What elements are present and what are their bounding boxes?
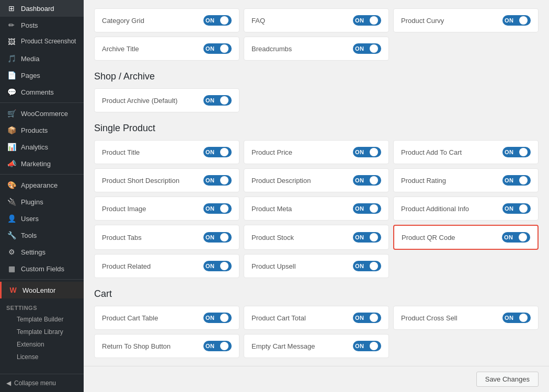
category-grid-toggle[interactable]: ON <box>203 15 232 26</box>
settings-section-label: Settings <box>0 298 84 313</box>
breadcrumbs-label: Breadcrumbs <box>251 45 292 53</box>
sidebar: ⊞ Dashboard ✏ Posts 🖼 Product Screenshot… <box>0 0 84 392</box>
sidebar-item-plugins[interactable]: 🔌 Plugins <box>0 193 84 210</box>
empty-cell-5 <box>393 334 539 358</box>
toggle-circle <box>220 16 228 25</box>
single-product-row-1: Product Title ON Product Price ON Produc… <box>94 140 539 164</box>
product-related-toggle[interactable]: ON <box>203 261 232 271</box>
product-description-toggle[interactable]: ON <box>353 175 381 186</box>
category-grid-label: Category Grid <box>102 17 144 25</box>
product-title-toggle[interactable]: ON <box>203 147 232 157</box>
faq-toggle[interactable]: ON <box>353 15 381 26</box>
archive-title-toggle[interactable]: ON <box>203 43 232 54</box>
return-to-shop-label: Return To Shop Button <box>102 342 170 350</box>
settings-icon: ⚙ <box>6 248 17 256</box>
product-upsell-toggle[interactable]: ON <box>353 261 381 271</box>
marketing-icon: 📣 <box>6 159 17 168</box>
sidebar-item-appearance[interactable]: 🎨 Appearance <box>0 177 84 193</box>
product-additional-info-toggle[interactable]: ON <box>502 203 531 214</box>
empty-cell-3 <box>393 88 539 112</box>
product-add-to-cart-label: Product Add To Cart <box>401 148 462 156</box>
product-short-desc-toggle[interactable]: ON <box>203 175 232 186</box>
product-meta-toggle[interactable]: ON <box>353 203 381 214</box>
faq-label: FAQ <box>251 17 265 25</box>
single-product-row-4: Product Tabs ON Product Stock ON Product… <box>94 225 539 250</box>
comments-icon: 💬 <box>6 88 17 96</box>
toggle-card-archive-title: Archive Title ON <box>94 37 239 61</box>
product-cart-total-toggle[interactable]: ON <box>353 313 381 323</box>
sidebar-item-dashboard[interactable]: ⊞ Dashboard <box>0 0 84 17</box>
sidebar-sub-extension[interactable]: Extension <box>0 338 84 351</box>
top-row-1: Category Grid ON FAQ ON Product Curvy ON <box>94 8 539 32</box>
sidebar-item-settings[interactable]: ⚙ Settings <box>0 244 84 260</box>
sidebar-item-woolentor[interactable]: W WooLentor <box>0 282 84 298</box>
toggle-card-product-image: Product Image ON <box>94 197 239 221</box>
product-price-toggle[interactable]: ON <box>353 147 381 157</box>
product-image-toggle[interactable]: ON <box>203 203 232 214</box>
appearance-icon: 🎨 <box>6 181 17 189</box>
sidebar-sub-template-builder[interactable]: Template Builder <box>0 313 84 326</box>
sidebar-item-products[interactable]: 📦 Products <box>0 122 84 139</box>
toggle-card-category-grid: Category Grid ON <box>94 8 239 32</box>
sidebar-item-custom-fields[interactable]: ▦ Custom Fields <box>0 260 84 277</box>
product-archive-label: Product Archive (Default) <box>102 97 178 105</box>
product-cross-sell-toggle[interactable]: ON <box>502 313 531 323</box>
product-qr-code-label: Product QR Code <box>402 234 455 241</box>
product-description-label: Product Description <box>251 177 311 185</box>
return-to-shop-toggle[interactable]: ON <box>203 341 232 351</box>
archive-title-label: Archive Title <box>102 45 139 53</box>
product-cross-sell-label: Product Cross Sell <box>401 314 458 322</box>
analytics-icon: 📊 <box>6 143 17 151</box>
product-tabs-toggle[interactable]: ON <box>203 232 232 243</box>
toggle-card-product-cart-total: Product Cart Total ON <box>244 306 389 330</box>
sidebar-item-media[interactable]: 🎵 Media <box>0 50 84 67</box>
toggle-card-product-archive: Product Archive (Default) ON <box>94 88 239 112</box>
sidebar-item-users[interactable]: 👤 Users <box>0 210 84 227</box>
screenshot-icon: 🖼 <box>6 38 17 46</box>
breadcrumbs-toggle[interactable]: ON <box>353 43 381 54</box>
product-cart-table-toggle[interactable]: ON <box>203 313 232 323</box>
tools-icon: 🔧 <box>6 231 17 239</box>
toggle-card-product-description: Product Description ON <box>244 168 389 192</box>
toggle-card-product-curvy: Product Curvy ON <box>393 8 539 32</box>
sidebar-item-analytics[interactable]: 📊 Analytics <box>0 139 84 155</box>
toggle-card-product-price: Product Price ON <box>244 140 389 164</box>
product-related-label: Product Related <box>102 262 151 270</box>
sidebar-item-posts[interactable]: ✏ Posts <box>0 17 84 33</box>
cart-row-1: Product Cart Table ON Product Cart Total… <box>94 306 539 330</box>
product-cart-table-label: Product Cart Table <box>102 314 158 322</box>
product-rating-toggle[interactable]: ON <box>502 175 531 186</box>
media-icon: 🎵 <box>6 54 17 63</box>
single-product-row-2: Product Short Description ON Product Des… <box>94 168 539 192</box>
product-add-to-cart-toggle[interactable]: ON <box>502 147 531 157</box>
single-product-row-3: Product Image ON Product Meta ON Product… <box>94 197 539 221</box>
product-curvy-label: Product Curvy <box>401 17 444 25</box>
shop-archive-grid: Product Archive (Default) ON <box>94 88 539 112</box>
product-qr-code-toggle[interactable]: ON <box>502 232 530 243</box>
sidebar-item-comments[interactable]: 💬 Comments <box>0 84 84 100</box>
save-changes-button[interactable]: Save Changes <box>476 372 539 387</box>
toggle-card-product-short-desc: Product Short Description ON <box>94 168 239 192</box>
product-curvy-toggle[interactable]: ON <box>502 15 531 26</box>
single-product-title: Single Product <box>94 123 539 134</box>
sidebar-item-tools[interactable]: 🔧 Tools <box>0 227 84 244</box>
sidebar-item-marketing[interactable]: 📣 Marketing <box>0 155 84 172</box>
shop-archive-title: Shop / Archive <box>94 71 539 82</box>
sidebar-item-woocommerce[interactable]: 🛒 WooCommerce <box>0 105 84 122</box>
sidebar-item-pages[interactable]: 📄 Pages <box>0 67 84 84</box>
product-archive-toggle[interactable]: ON <box>203 95 232 106</box>
product-tabs-label: Product Tabs <box>102 234 142 241</box>
toggle-card-empty-cart-message: Empty Cart Message ON <box>244 334 389 358</box>
collapse-menu-button[interactable]: ◀ Collapse menu <box>0 374 84 392</box>
top-row-2: Archive Title ON Breadcrumbs ON <box>94 37 539 61</box>
toggle-card-return-to-shop: Return To Shop Button ON <box>94 334 239 358</box>
toggle-card-product-upsell: Product Upsell ON <box>244 254 389 278</box>
product-stock-toggle[interactable]: ON <box>353 232 381 243</box>
empty-cart-message-toggle[interactable]: ON <box>353 341 381 351</box>
sidebar-sub-license[interactable]: License <box>0 351 84 363</box>
products-icon: 📦 <box>6 126 17 134</box>
sidebar-sub-template-library[interactable]: Template Library <box>0 326 84 338</box>
product-short-desc-label: Product Short Description <box>102 177 179 185</box>
sidebar-item-product-screenshot[interactable]: 🖼 Product Screenshot <box>0 33 84 50</box>
product-cart-total-label: Product Cart Total <box>251 314 306 322</box>
